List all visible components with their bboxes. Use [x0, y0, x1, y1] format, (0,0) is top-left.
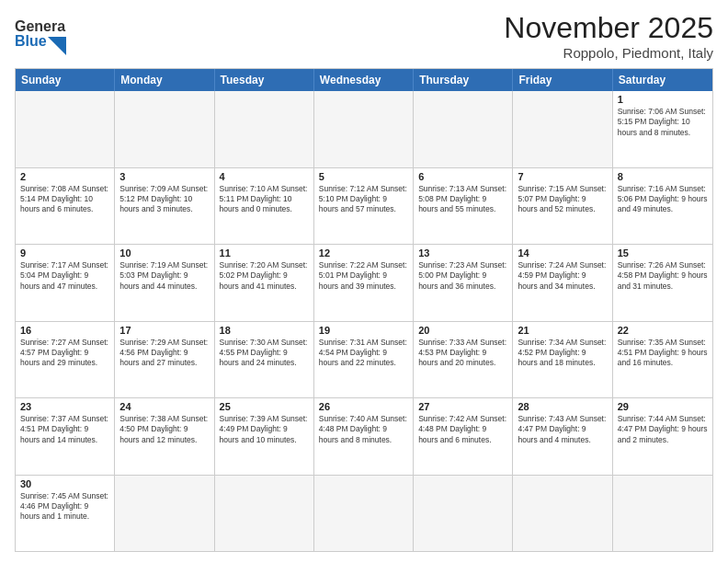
day-info: Sunrise: 7:08 AM Sunset: 5:14 PM Dayligh…: [20, 184, 109, 215]
day-info: Sunrise: 7:26 AM Sunset: 4:58 PM Dayligh…: [618, 260, 708, 292]
calendar-cell-2-4: 5Sunrise: 7:12 AM Sunset: 5:10 PM Daylig…: [314, 168, 414, 245]
day-info: Sunrise: 7:37 AM Sunset: 4:51 PM Dayligh…: [20, 414, 109, 445]
calendar-week-2: 2Sunrise: 7:08 AM Sunset: 5:14 PM Daylig…: [16, 168, 712, 246]
calendar-cell-5-3: 25Sunrise: 7:39 AM Sunset: 4:49 PM Dayli…: [215, 398, 314, 475]
calendar-cell-3-5: 13Sunrise: 7:23 AM Sunset: 5:00 PM Dayli…: [414, 245, 513, 321]
day-info: Sunrise: 7:19 AM Sunset: 5:03 PM Dayligh…: [119, 260, 209, 292]
calendar-cell-6-1: 30Sunrise: 7:45 AM Sunset: 4:46 PM Dayli…: [16, 476, 115, 552]
day-number: 11: [220, 247, 309, 259]
calendar-body: 1Sunrise: 7:06 AM Sunset: 5:15 PM Daylig…: [16, 91, 712, 551]
calendar-cell-2-7: 8Sunrise: 7:16 AM Sunset: 5:06 PM Daylig…: [613, 168, 712, 245]
day-number: 13: [418, 247, 507, 259]
calendar-week-3: 9Sunrise: 7:17 AM Sunset: 5:04 PM Daylig…: [16, 245, 712, 322]
header: General Blue November 2025 Roppolo, Pied…: [15, 11, 713, 61]
day-info: Sunrise: 7:17 AM Sunset: 5:04 PM Dayligh…: [20, 260, 109, 292]
calendar-cell-6-2: [115, 476, 214, 552]
calendar-cell-1-7: 1Sunrise: 7:06 AM Sunset: 5:15 PM Daylig…: [613, 91, 712, 167]
day-info: Sunrise: 7:42 AM Sunset: 4:48 PM Dayligh…: [418, 414, 507, 445]
header-wednesday: Wednesday: [314, 69, 414, 91]
calendar-cell-6-7: [613, 476, 712, 552]
day-number: 24: [119, 401, 209, 412]
day-info: Sunrise: 7:34 AM Sunset: 4:52 PM Dayligh…: [518, 338, 607, 369]
day-info: Sunrise: 7:30 AM Sunset: 4:55 PM Dayligh…: [220, 338, 309, 369]
svg-marker-2: [48, 37, 66, 55]
calendar-week-4: 16Sunrise: 7:27 AM Sunset: 4:57 PM Dayli…: [16, 322, 712, 399]
day-number: 5: [319, 171, 408, 182]
day-number: 12: [319, 247, 408, 259]
day-info: Sunrise: 7:45 AM Sunset: 4:46 PM Dayligh…: [20, 491, 109, 523]
calendar-cell-5-1: 23Sunrise: 7:37 AM Sunset: 4:51 PM Dayli…: [16, 398, 115, 475]
calendar-week-6: 30Sunrise: 7:45 AM Sunset: 4:46 PM Dayli…: [16, 476, 712, 552]
calendar-cell-3-7: 15Sunrise: 7:26 AM Sunset: 4:58 PM Dayli…: [613, 245, 712, 321]
calendar-cell-6-6: [513, 476, 612, 552]
calendar-week-1: 1Sunrise: 7:06 AM Sunset: 5:15 PM Daylig…: [16, 91, 712, 168]
calendar: Sunday Monday Tuesday Wednesday Thursday…: [15, 68, 713, 552]
calendar-cell-1-2: [115, 91, 214, 167]
day-number: 14: [518, 247, 607, 259]
day-info: Sunrise: 7:16 AM Sunset: 5:06 PM Dayligh…: [618, 184, 708, 215]
calendar-cell-3-1: 9Sunrise: 7:17 AM Sunset: 5:04 PM Daylig…: [16, 245, 115, 321]
logo-area: General Blue: [15, 11, 66, 55]
calendar-cell-5-6: 28Sunrise: 7:43 AM Sunset: 4:47 PM Dayli…: [513, 398, 612, 475]
calendar-cell-4-7: 22Sunrise: 7:35 AM Sunset: 4:51 PM Dayli…: [613, 322, 712, 398]
day-number: 29: [618, 401, 708, 412]
day-info: Sunrise: 7:13 AM Sunset: 5:08 PM Dayligh…: [418, 184, 507, 215]
calendar-cell-4-1: 16Sunrise: 7:27 AM Sunset: 4:57 PM Dayli…: [16, 322, 115, 398]
calendar-cell-6-4: [314, 476, 414, 552]
day-number: 30: [20, 478, 109, 489]
calendar-cell-1-6: [513, 91, 612, 167]
day-number: 7: [518, 171, 607, 182]
calendar-cell-2-1: 2Sunrise: 7:08 AM Sunset: 5:14 PM Daylig…: [16, 168, 115, 245]
calendar-cell-3-6: 14Sunrise: 7:24 AM Sunset: 4:59 PM Dayli…: [513, 245, 612, 321]
day-number: 21: [518, 325, 607, 336]
header-thursday: Thursday: [414, 69, 513, 91]
calendar-cell-1-3: [215, 91, 314, 167]
day-info: Sunrise: 7:24 AM Sunset: 4:59 PM Dayligh…: [518, 260, 607, 292]
day-info: Sunrise: 7:44 AM Sunset: 4:47 PM Dayligh…: [618, 414, 708, 445]
day-info: Sunrise: 7:35 AM Sunset: 4:51 PM Dayligh…: [618, 338, 708, 369]
day-info: Sunrise: 7:06 AM Sunset: 5:15 PM Dayligh…: [618, 107, 708, 138]
day-info: Sunrise: 7:09 AM Sunset: 5:12 PM Dayligh…: [119, 184, 209, 215]
day-number: 27: [418, 401, 507, 412]
calendar-cell-2-2: 3Sunrise: 7:09 AM Sunset: 5:12 PM Daylig…: [115, 168, 214, 245]
calendar-cell-4-3: 18Sunrise: 7:30 AM Sunset: 4:55 PM Dayli…: [215, 322, 314, 398]
header-sunday: Sunday: [16, 69, 115, 91]
day-info: Sunrise: 7:20 AM Sunset: 5:02 PM Dayligh…: [220, 260, 309, 292]
calendar-cell-1-1: [16, 91, 115, 167]
day-info: Sunrise: 7:43 AM Sunset: 4:47 PM Dayligh…: [518, 414, 607, 445]
day-number: 20: [418, 325, 507, 336]
day-info: Sunrise: 7:27 AM Sunset: 4:57 PM Dayligh…: [20, 338, 109, 369]
day-info: Sunrise: 7:39 AM Sunset: 4:49 PM Dayligh…: [220, 414, 309, 445]
day-number: 26: [319, 401, 408, 412]
day-number: 10: [119, 247, 209, 259]
page: General Blue November 2025 Roppolo, Pied…: [0, 0, 728, 563]
svg-text:Blue: Blue: [15, 33, 47, 49]
calendar-cell-5-7: 29Sunrise: 7:44 AM Sunset: 4:47 PM Dayli…: [613, 398, 712, 475]
calendar-cell-1-5: [414, 91, 513, 167]
svg-text:General: General: [15, 18, 66, 34]
day-number: 22: [618, 325, 708, 336]
calendar-cell-5-5: 27Sunrise: 7:42 AM Sunset: 4:48 PM Dayli…: [414, 398, 513, 475]
day-number: 18: [220, 325, 309, 336]
day-number: 28: [518, 401, 607, 412]
calendar-cell-3-3: 11Sunrise: 7:20 AM Sunset: 5:02 PM Dayli…: [215, 245, 314, 321]
header-saturday: Saturday: [613, 69, 712, 91]
day-number: 23: [20, 401, 109, 412]
calendar-week-5: 23Sunrise: 7:37 AM Sunset: 4:51 PM Dayli…: [16, 398, 712, 476]
day-info: Sunrise: 7:38 AM Sunset: 4:50 PM Dayligh…: [119, 414, 209, 445]
calendar-cell-2-3: 4Sunrise: 7:10 AM Sunset: 5:11 PM Daylig…: [215, 168, 314, 245]
logo-icon: General Blue: [15, 11, 66, 55]
calendar-cell-2-5: 6Sunrise: 7:13 AM Sunset: 5:08 PM Daylig…: [414, 168, 513, 245]
calendar-cell-3-4: 12Sunrise: 7:22 AM Sunset: 5:01 PM Dayli…: [314, 245, 414, 321]
calendar-header: Sunday Monday Tuesday Wednesday Thursday…: [16, 69, 712, 91]
day-info: Sunrise: 7:31 AM Sunset: 4:54 PM Dayligh…: [319, 338, 408, 369]
calendar-cell-3-2: 10Sunrise: 7:19 AM Sunset: 5:03 PM Dayli…: [115, 245, 214, 321]
day-number: 19: [319, 325, 408, 336]
day-info: Sunrise: 7:10 AM Sunset: 5:11 PM Dayligh…: [220, 184, 309, 215]
day-number: 8: [618, 171, 708, 182]
day-number: 2: [20, 171, 109, 182]
calendar-cell-6-5: [414, 476, 513, 552]
title-area: November 2025 Roppolo, Piedmont, Italy: [504, 11, 713, 61]
day-number: 9: [20, 247, 109, 259]
header-monday: Monday: [115, 69, 214, 91]
